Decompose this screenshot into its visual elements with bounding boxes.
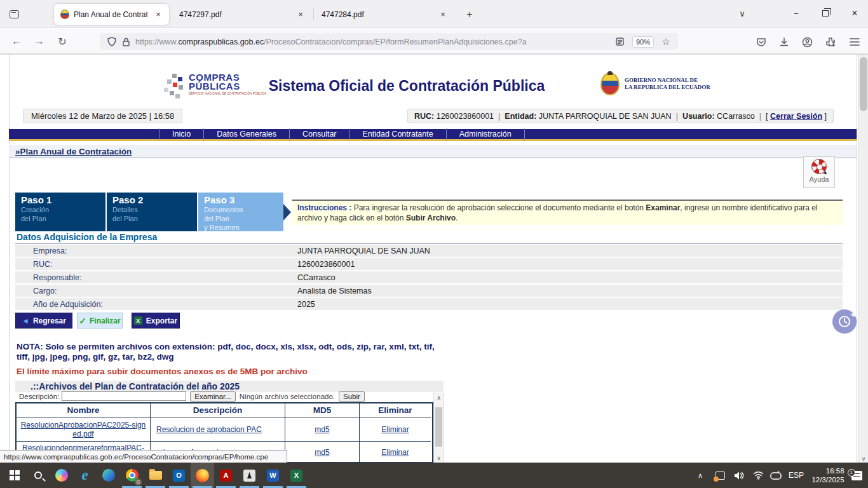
descripcion-label: Descripción: <box>19 393 59 400</box>
page-scrollbar-thumb[interactable] <box>860 57 867 111</box>
taskbar-file-explorer-button[interactable] <box>144 463 167 488</box>
datetime-badge: Miércoles 12 de Marzo de 2025 | 16:58 <box>23 109 182 123</box>
menu-hamburger-icon[interactable] <box>846 34 863 50</box>
taskbar-excel-button[interactable]: X <box>285 463 308 488</box>
restore-icon <box>822 10 829 17</box>
firefox-view-button[interactable] <box>6 6 22 22</box>
volume-icon[interactable] <box>731 463 747 488</box>
subir-button[interactable]: Subir <box>339 391 365 402</box>
scroll-up-icon[interactable]: ∧ <box>434 395 444 401</box>
page-scrollbar[interactable]: ∨ <box>858 55 868 463</box>
language-indicator[interactable]: ESP <box>785 463 807 488</box>
col-header-descripcion: Descripción <box>151 403 285 417</box>
file-description-link[interactable]: Resolucion de aprobacion PAC <box>154 425 264 434</box>
exportar-button[interactable]: X Exportar <box>132 313 180 329</box>
tab-close-icon[interactable]: × <box>295 10 306 19</box>
help-label: Ayuda <box>804 175 834 183</box>
tab-close-icon[interactable]: × <box>437 10 449 19</box>
file-name-link[interactable]: ResolucionAprobacionPAC2025-signed.pdf <box>17 421 150 438</box>
edge-icon <box>102 469 115 482</box>
internet-explorer-icon: e <box>81 469 88 482</box>
lock-icon[interactable] <box>119 37 133 46</box>
scrollbar-thumb[interactable] <box>435 407 442 447</box>
tab-title: 4747297.pdf <box>179 10 290 19</box>
extensions-puzzle-icon[interactable] <box>822 34 839 50</box>
taskbar-edge-button[interactable] <box>97 463 120 488</box>
step-arrow-icon <box>283 204 291 220</box>
timer-extension-widget[interactable] <box>832 309 857 334</box>
help-button[interactable]: Ayuda <box>803 156 835 188</box>
eliminar-link[interactable]: Eliminar <box>379 425 411 434</box>
tray-date: 12/3/2025 <box>811 475 844 484</box>
help-lifesaver-icon <box>811 159 827 174</box>
taskbar-chrome-button[interactable]: G <box>120 463 144 488</box>
page-content: COMPRAS PÚBLICAS SERVICIO NACIONAL DE CO… <box>0 54 868 463</box>
java-app-icon <box>243 470 255 482</box>
tab-close-icon[interactable]: × <box>153 10 164 19</box>
taskbar-java-app-button[interactable] <box>238 463 261 488</box>
table-row: ResolucionAprobacionPAC2025-signed.pdf <box>17 417 151 442</box>
start-button[interactable] <box>3 463 26 488</box>
bookmark-star-icon[interactable]: ☆ <box>659 36 673 48</box>
window-restore-button[interactable] <box>816 5 835 22</box>
tray-time: 16:58 <box>811 466 844 475</box>
instructions-box: Instrucciones : Para ingresar la resoluc… <box>292 200 843 225</box>
page-scroll-down-icon[interactable]: ∨ <box>858 456 868 462</box>
tray-show-hidden-icons[interactable]: ∧ <box>693 463 708 488</box>
data-row-ruc: RUC: 1260023860001 <box>15 258 843 270</box>
window-close-button[interactable]: × <box>845 5 864 22</box>
menu-item-inicio[interactable]: Inicio <box>159 128 204 140</box>
list-all-tabs-button[interactable]: ∨ <box>733 5 752 22</box>
tray-teams-notification-icon[interactable] <box>712 463 728 488</box>
col-header-nombre: Nombre <box>17 403 151 417</box>
meet-now-icon[interactable] <box>768 463 784 488</box>
new-tab-button[interactable]: + <box>462 7 477 22</box>
data-row-responsable: Responsable: CCarrasco <box>15 271 843 283</box>
table-cell: md5 <box>285 417 360 442</box>
taskbar-outlook-button[interactable]: O <box>167 463 191 488</box>
entidad-label: Entidad: <box>505 112 536 121</box>
url-domain: compraspublicas.gob.ec <box>178 37 264 46</box>
notification-icon: 1 <box>851 471 862 480</box>
examinar-button[interactable]: Examinar... <box>190 391 236 402</box>
md5-link[interactable]: md5 <box>312 425 332 434</box>
back-button[interactable]: ← <box>8 33 25 50</box>
reload-button[interactable]: ↻ <box>53 33 71 50</box>
eliminar-link[interactable]: Eliminar <box>379 448 411 457</box>
zoom-level-badge[interactable]: 90% <box>632 36 654 48</box>
forward-button[interactable]: → <box>31 33 48 50</box>
menu-item-entidad-contratante[interactable]: Entidad Contratante <box>350 128 447 140</box>
wifi-icon[interactable] <box>750 463 766 488</box>
menu-item-datos-generales[interactable]: Datos Generales <box>204 128 290 140</box>
taskbar-acrobat-button[interactable]: A <box>214 463 238 488</box>
menu-item-administracion[interactable]: Administración <box>447 128 525 140</box>
tab-pdf-4747284[interactable]: 4747284.pdf × <box>315 4 454 25</box>
url-bar[interactable]: https://www.compraspublicas.gob.ec/Proce… <box>100 33 678 50</box>
regresar-button[interactable]: ◄ Regresar <box>15 313 72 329</box>
taskbar-copilot-button[interactable] <box>50 463 73 488</box>
taskbar-internet-explorer-button[interactable]: e <box>73 463 97 488</box>
shield-icon[interactable] <box>105 37 119 46</box>
finalizar-button[interactable]: ✓ Finalizar <box>77 313 123 329</box>
tray-clock[interactable]: 16:58 12/3/2025 <box>810 463 846 488</box>
taskbar-word-button[interactable]: W <box>261 463 285 488</box>
action-center-button[interactable]: 1 <box>848 463 865 488</box>
taskbar-search-button[interactable] <box>26 463 50 488</box>
taskbar-firefox-button[interactable] <box>191 463 214 488</box>
window-minimize-button[interactable]: − <box>787 5 806 22</box>
menu-item-consultar[interactable]: Consultar <box>290 128 350 140</box>
downloads-icon[interactable] <box>776 34 792 50</box>
tab-plan-anual[interactable]: Plan Anual de Contratación × <box>54 4 169 25</box>
scroll-down-icon[interactable]: ∨ <box>434 455 444 461</box>
section-divider <box>15 243 843 244</box>
md5-link[interactable]: md5 <box>312 448 332 457</box>
pocket-icon[interactable] <box>753 34 770 50</box>
search-icon <box>34 471 42 479</box>
windows-logo-icon <box>10 470 20 480</box>
table-scrollbar[interactable]: ∧ ∨ <box>433 393 444 463</box>
tab-pdf-4747297[interactable]: 4747297.pdf × <box>173 4 311 25</box>
account-icon[interactable] <box>799 34 815 50</box>
descripcion-input[interactable] <box>62 391 186 401</box>
reader-view-icon[interactable] <box>613 37 627 46</box>
cerrar-sesion-link[interactable]: Cerrar Sesión <box>770 112 822 121</box>
